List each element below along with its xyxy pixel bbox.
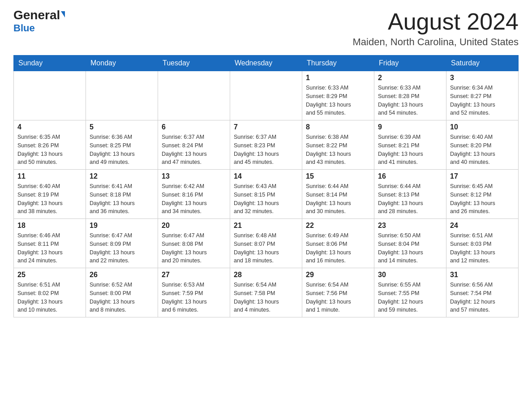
day-info: Sunrise: 6:41 AM Sunset: 8:18 PM Dayligh…	[90, 182, 154, 216]
day-info: Sunrise: 6:48 AM Sunset: 8:07 PM Dayligh…	[234, 231, 298, 265]
day-info: Sunrise: 6:53 AM Sunset: 7:59 PM Dayligh…	[162, 281, 226, 314]
day-info: Sunrise: 6:44 AM Sunset: 8:14 PM Dayligh…	[306, 182, 370, 216]
day-number: 17	[450, 172, 515, 180]
day-number: 2	[378, 74, 442, 82]
calendar-cell: 12Sunrise: 6:41 AM Sunset: 8:18 PM Dayli…	[86, 170, 158, 219]
day-info: Sunrise: 6:33 AM Sunset: 8:28 PM Dayligh…	[378, 84, 442, 117]
calendar-cell: 31Sunrise: 6:56 AM Sunset: 7:54 PM Dayli…	[446, 268, 519, 317]
day-number: 29	[306, 271, 370, 279]
day-number: 10	[450, 123, 515, 131]
day-info: Sunrise: 6:54 AM Sunset: 7:58 PM Dayligh…	[234, 281, 298, 314]
calendar-cell: 11Sunrise: 6:40 AM Sunset: 8:19 PM Dayli…	[14, 170, 86, 219]
day-of-week-friday: Friday	[374, 56, 446, 71]
calendar-cell: 30Sunrise: 6:55 AM Sunset: 7:55 PM Dayli…	[374, 268, 446, 317]
calendar-table: SundayMondayTuesdayWednesdayThursdayFrid…	[13, 55, 519, 317]
day-info: Sunrise: 6:37 AM Sunset: 8:23 PM Dayligh…	[234, 133, 298, 167]
calendar-cell: 8Sunrise: 6:38 AM Sunset: 8:22 PM Daylig…	[302, 120, 374, 170]
calendar-cell: 26Sunrise: 6:52 AM Sunset: 8:00 PM Dayli…	[86, 268, 158, 317]
day-number: 12	[90, 172, 154, 180]
logo: General Blue	[13, 9, 65, 34]
day-number: 4	[17, 123, 82, 131]
month-title: August 2024	[352, 9, 519, 34]
calendar-cell: 1Sunrise: 6:33 AM Sunset: 8:29 PM Daylig…	[302, 71, 374, 120]
day-number: 7	[234, 123, 298, 131]
day-of-week-sunday: Sunday	[14, 56, 86, 71]
day-info: Sunrise: 6:36 AM Sunset: 8:25 PM Dayligh…	[90, 133, 154, 167]
day-info: Sunrise: 6:33 AM Sunset: 8:29 PM Dayligh…	[306, 84, 370, 117]
day-info: Sunrise: 6:51 AM Sunset: 8:02 PM Dayligh…	[17, 281, 82, 314]
calendar-cell: 18Sunrise: 6:46 AM Sunset: 8:11 PM Dayli…	[14, 219, 86, 268]
day-number: 1	[306, 74, 370, 82]
day-info: Sunrise: 6:50 AM Sunset: 8:04 PM Dayligh…	[378, 231, 442, 265]
day-number: 20	[162, 222, 226, 230]
week-row-2: 4Sunrise: 6:35 AM Sunset: 8:26 PM Daylig…	[14, 120, 519, 170]
calendar-cell: 2Sunrise: 6:33 AM Sunset: 8:28 PM Daylig…	[374, 71, 446, 120]
day-info: Sunrise: 6:45 AM Sunset: 8:12 PM Dayligh…	[450, 182, 515, 216]
day-number: 23	[378, 222, 442, 230]
calendar-cell: 14Sunrise: 6:43 AM Sunset: 8:15 PM Dayli…	[230, 170, 302, 219]
week-row-5: 25Sunrise: 6:51 AM Sunset: 8:02 PM Dayli…	[14, 268, 519, 317]
calendar-cell: 19Sunrise: 6:47 AM Sunset: 8:09 PM Dayli…	[86, 219, 158, 268]
week-row-1: 1Sunrise: 6:33 AM Sunset: 8:29 PM Daylig…	[14, 71, 519, 120]
day-of-week-thursday: Thursday	[302, 56, 374, 71]
week-row-4: 18Sunrise: 6:46 AM Sunset: 8:11 PM Dayli…	[14, 219, 519, 268]
calendar-cell: 15Sunrise: 6:44 AM Sunset: 8:14 PM Dayli…	[302, 170, 374, 219]
location-title: Maiden, North Carolina, United States	[352, 36, 519, 48]
day-info: Sunrise: 6:35 AM Sunset: 8:26 PM Dayligh…	[17, 133, 82, 167]
day-number: 14	[234, 172, 298, 180]
calendar-cell	[86, 71, 158, 120]
calendar-cell: 28Sunrise: 6:54 AM Sunset: 7:58 PM Dayli…	[230, 268, 302, 317]
day-of-week-wednesday: Wednesday	[230, 56, 302, 71]
day-info: Sunrise: 6:47 AM Sunset: 8:08 PM Dayligh…	[162, 231, 226, 265]
calendar-cell: 13Sunrise: 6:42 AM Sunset: 8:16 PM Dayli…	[158, 170, 230, 219]
calendar-cell: 10Sunrise: 6:40 AM Sunset: 8:20 PM Dayli…	[446, 120, 519, 170]
day-of-week-tuesday: Tuesday	[158, 56, 230, 71]
calendar-cell: 22Sunrise: 6:49 AM Sunset: 8:06 PM Dayli…	[302, 219, 374, 268]
calendar-cell	[230, 71, 302, 120]
day-info: Sunrise: 6:51 AM Sunset: 8:03 PM Dayligh…	[450, 231, 515, 265]
calendar-cell	[158, 71, 230, 120]
calendar-cell: 3Sunrise: 6:34 AM Sunset: 8:27 PM Daylig…	[446, 71, 519, 120]
day-number: 31	[450, 271, 515, 279]
day-info: Sunrise: 6:52 AM Sunset: 8:00 PM Dayligh…	[90, 281, 154, 314]
day-number: 26	[90, 271, 154, 279]
week-row-3: 11Sunrise: 6:40 AM Sunset: 8:19 PM Dayli…	[14, 170, 519, 219]
calendar-cell: 9Sunrise: 6:39 AM Sunset: 8:21 PM Daylig…	[374, 120, 446, 170]
day-of-week-saturday: Saturday	[446, 56, 519, 71]
day-info: Sunrise: 6:40 AM Sunset: 8:20 PM Dayligh…	[450, 133, 515, 167]
logo-main: General	[13, 9, 65, 21]
logo-sub: Blue	[13, 22, 35, 34]
calendar-cell: 17Sunrise: 6:45 AM Sunset: 8:12 PM Dayli…	[446, 170, 519, 219]
calendar-cell: 5Sunrise: 6:36 AM Sunset: 8:25 PM Daylig…	[86, 120, 158, 170]
day-number: 22	[306, 222, 370, 230]
calendar-cell: 27Sunrise: 6:53 AM Sunset: 7:59 PM Dayli…	[158, 268, 230, 317]
calendar-cell: 6Sunrise: 6:37 AM Sunset: 8:24 PM Daylig…	[158, 120, 230, 170]
day-number: 28	[234, 271, 298, 279]
day-number: 30	[378, 271, 442, 279]
calendar-cell: 7Sunrise: 6:37 AM Sunset: 8:23 PM Daylig…	[230, 120, 302, 170]
calendar-cell: 20Sunrise: 6:47 AM Sunset: 8:08 PM Dayli…	[158, 219, 230, 268]
day-number: 15	[306, 172, 370, 180]
day-number: 13	[162, 172, 226, 180]
day-of-week-monday: Monday	[86, 56, 158, 71]
day-number: 27	[162, 271, 226, 279]
day-info: Sunrise: 6:47 AM Sunset: 8:09 PM Dayligh…	[90, 231, 154, 265]
title-area: August 2024 Maiden, North Carolina, Unit…	[352, 9, 519, 48]
day-info: Sunrise: 6:55 AM Sunset: 7:55 PM Dayligh…	[378, 281, 442, 314]
calendar-cell: 21Sunrise: 6:48 AM Sunset: 8:07 PM Dayli…	[230, 219, 302, 268]
day-info: Sunrise: 6:56 AM Sunset: 7:54 PM Dayligh…	[450, 281, 515, 314]
calendar-cell: 4Sunrise: 6:35 AM Sunset: 8:26 PM Daylig…	[14, 120, 86, 170]
day-number: 8	[306, 123, 370, 131]
day-number: 21	[234, 222, 298, 230]
day-number: 3	[450, 74, 515, 82]
page-header: General Blue August 2024 Maiden, North C…	[13, 9, 519, 48]
day-info: Sunrise: 6:44 AM Sunset: 8:13 PM Dayligh…	[378, 182, 442, 216]
day-info: Sunrise: 6:39 AM Sunset: 8:21 PM Dayligh…	[378, 133, 442, 167]
day-info: Sunrise: 6:40 AM Sunset: 8:19 PM Dayligh…	[17, 182, 82, 216]
calendar-cell: 29Sunrise: 6:54 AM Sunset: 7:56 PM Dayli…	[302, 268, 374, 317]
calendar-cell: 25Sunrise: 6:51 AM Sunset: 8:02 PM Dayli…	[14, 268, 86, 317]
day-info: Sunrise: 6:42 AM Sunset: 8:16 PM Dayligh…	[162, 182, 226, 216]
calendar-cell: 23Sunrise: 6:50 AM Sunset: 8:04 PM Dayli…	[374, 219, 446, 268]
day-info: Sunrise: 6:54 AM Sunset: 7:56 PM Dayligh…	[306, 281, 370, 314]
calendar-cell: 16Sunrise: 6:44 AM Sunset: 8:13 PM Dayli…	[374, 170, 446, 219]
